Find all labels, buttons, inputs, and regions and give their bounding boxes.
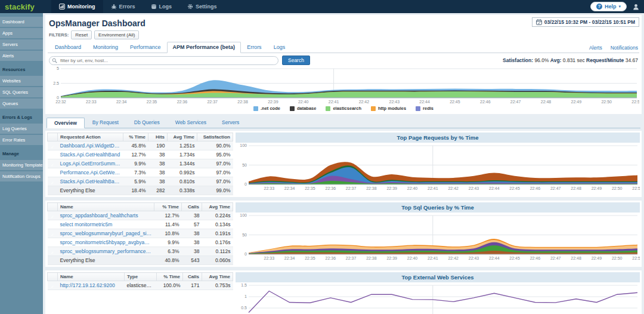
svg-text:22:43: 22:43 (389, 100, 400, 104)
request-link[interactable]: Logs.Api.GetErrorSummary (58, 159, 123, 168)
help-icon: ? (596, 4, 602, 10)
sidebar-item-sql-queries[interactable]: SQL Queries (0, 87, 43, 97)
pct-time-value: 18.4% (123, 186, 148, 195)
legend-item[interactable]: .net code (253, 106, 280, 111)
request-link[interactable]: Stacks.Api.GetHealthBand (58, 150, 123, 159)
hits-value: 38 (148, 177, 168, 186)
user-icon[interactable] (633, 4, 639, 10)
pct-time-value: 7.3% (123, 168, 148, 177)
column-header[interactable]: Avg Time (168, 133, 197, 141)
query-link[interactable]: sproc_appdashboard_healthcharts (58, 211, 154, 220)
svg-text:22:48: 22:48 (541, 100, 552, 104)
column-header[interactable]: Satisfaction (197, 133, 233, 141)
column-header[interactable]: % Time (154, 203, 182, 211)
subtab-web-services[interactable]: Web Services (168, 117, 214, 128)
service-link[interactable]: http://172.19.12.62:9200 (58, 281, 125, 290)
notifications-link[interactable]: Notifications (611, 45, 638, 51)
reset-filter-button[interactable]: Reset (71, 30, 92, 39)
alerts-link[interactable]: Alerts (589, 45, 602, 51)
pct-time-value: 45.8% (123, 141, 148, 150)
avg-time-value: 0.224s (202, 211, 233, 220)
column-header[interactable]: Name (58, 203, 154, 211)
calls-value: 38 (182, 247, 202, 256)
column-header[interactable]: Name (58, 273, 125, 281)
column-header[interactable]: % Time (123, 133, 148, 141)
subtab-db-queries[interactable]: Db Queries (126, 117, 168, 128)
svg-text:22:37: 22:37 (346, 186, 357, 190)
request-link[interactable]: Everything Else (58, 186, 123, 195)
legend-item[interactable]: redis (416, 106, 434, 111)
sidebar-item-apps[interactable]: Apps (0, 28, 43, 38)
column-header[interactable]: Type (125, 273, 157, 281)
nav-item-label: Settings (196, 4, 217, 10)
request-link[interactable]: Performance.Api.GetWebAppPerformance (58, 168, 123, 177)
svg-text:50: 50 (242, 233, 247, 237)
sidebar-item-alerts[interactable]: Alerts (0, 51, 43, 61)
column-header[interactable]: % Time (157, 273, 183, 281)
tab-performance[interactable]: Performance (124, 42, 167, 53)
subtab-label: By Request (92, 119, 119, 125)
tab-errors[interactable]: Errors (241, 42, 268, 53)
svg-text:22:42: 22:42 (359, 100, 370, 104)
column-header[interactable]: Requested Action (58, 133, 123, 141)
column-header[interactable]: Avg Time (202, 273, 233, 281)
help-button[interactable]: ? Help ▾ (590, 2, 627, 11)
navbar-menu: Monitoring Errors Logs Settings (51, 0, 225, 13)
search-button[interactable]: Search (282, 56, 310, 65)
column-header[interactable]: Hits (148, 133, 168, 141)
legend-item[interactable]: http modules (371, 106, 406, 111)
request-link[interactable]: Stacks.Api.GetHealthBandCharts (58, 177, 123, 186)
tab-monitoring[interactable]: Monitoring (87, 42, 124, 53)
subtab-by-request[interactable]: By Request (85, 117, 126, 128)
page-title: OpsManager Dashboard (48, 17, 145, 30)
brand-logo[interactable]: stackify (0, 0, 43, 13)
date-range-picker[interactable]: 03/22/15 10:32 PM - 03/22/15 10:51 PM (532, 17, 639, 27)
request-link[interactable]: Dashboard.Api.WidgetData (58, 141, 123, 150)
nav-item-errors[interactable]: Errors (103, 0, 143, 13)
nav-icon (151, 4, 157, 10)
sidebar-item-websites[interactable]: Websites (0, 76, 43, 86)
query-link[interactable]: select monitormetric5m (58, 220, 154, 229)
sidebar-item-label: Manage (2, 151, 19, 156)
tab-apm-performance[interactable]: APM Performance (beta) (167, 42, 242, 53)
hits-value: 38 (148, 150, 168, 159)
subtab-servers[interactable]: Servers (214, 117, 247, 128)
svg-text:22:48: 22:48 (571, 256, 581, 260)
nav-item-settings[interactable]: Settings (179, 0, 225, 13)
sidebar-section-manage: Manage (0, 149, 43, 159)
table-row: sproc_weblogssummary_performance_m 6.3% … (48, 247, 233, 256)
subtab-overview[interactable]: Overview (47, 118, 85, 128)
sidebar-item-error-rates[interactable]: Error Rates (0, 135, 43, 145)
query-link[interactable]: Everything Else (58, 256, 154, 265)
tab-logs[interactable]: Logs (268, 42, 292, 53)
nav-item-monitoring[interactable]: Monitoring (51, 0, 103, 13)
column-header[interactable]: Avg Time (202, 203, 233, 211)
column-header[interactable]: Calls (183, 273, 202, 281)
query-link[interactable]: sproc_weblogsummarybyurl_paged_significa… (58, 229, 154, 238)
search-input[interactable] (49, 56, 278, 65)
sidebar-item-monitoring-templates[interactable]: Monitoring Templates (0, 160, 43, 170)
sidebar-item-label: Servers (2, 42, 18, 47)
sidebar-item-servers[interactable]: Servers (0, 39, 43, 50)
environment-filter-button[interactable]: Environment (All) (94, 30, 139, 39)
web-services-chart: 00.511.522:3322:3422:3522:3622:3722:3822… (236, 283, 640, 314)
column-header[interactable]: Calls (182, 203, 202, 211)
sidebar-item-log-queries[interactable]: Log Queries (0, 124, 43, 134)
legend-item[interactable]: database (290, 106, 317, 111)
tabs-right-links: Alerts Notifications (589, 45, 638, 53)
pct-time-value: 9.9% (154, 238, 182, 247)
legend-item[interactable]: elasticsearch (326, 106, 361, 111)
avg-label: Avg: (550, 57, 562, 63)
web-services-section: Name Type % Time Calls Avg Time http://1… (45, 270, 642, 314)
query-link[interactable]: sproc_monitormetric5hbyapp_avgbyappgroup… (58, 238, 154, 247)
avg-time-value: 0.992s (168, 168, 197, 177)
sidebar-item-queues[interactable]: Queues (0, 98, 43, 109)
nav-item-logs[interactable]: Logs (143, 0, 180, 13)
tab-dashboard[interactable]: Dashboard (49, 42, 87, 53)
satisfaction-value: 95.0% (197, 150, 233, 159)
tab-label: Performance (130, 44, 161, 50)
apm-subtabs: Overview By Request Db Queries Web Servi… (47, 117, 640, 128)
sidebar-item-dashboard[interactable]: Dashboard (0, 17, 43, 27)
query-link[interactable]: sproc_weblogssummary_performance_m (58, 247, 154, 256)
sidebar-item-notification-groups[interactable]: Notification Groups (0, 171, 43, 181)
